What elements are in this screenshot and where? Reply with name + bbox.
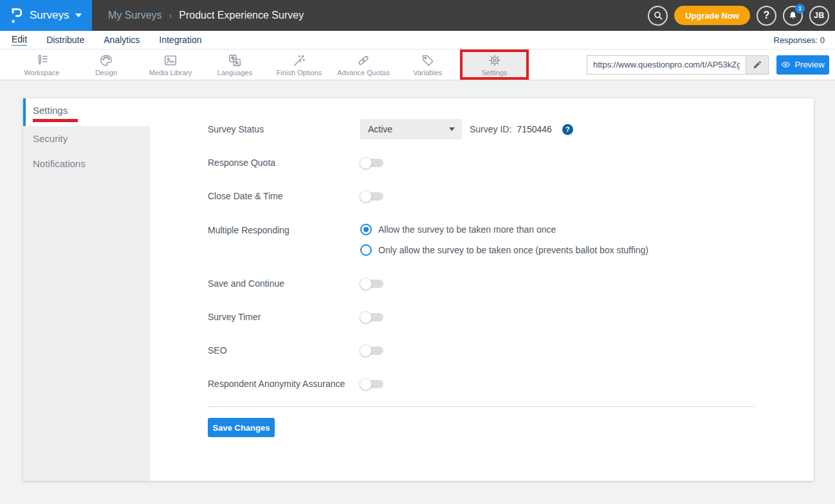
image-icon (163, 53, 178, 68)
respondent-anonymity-toggle[interactable] (360, 380, 383, 388)
response-quota-row: Response Quota (208, 146, 814, 179)
breadcrumb-separator: › (169, 10, 172, 21)
eye-icon (781, 60, 791, 69)
toolbar-item-settings[interactable]: Settings (460, 50, 529, 80)
questionpro-logo-icon (10, 7, 23, 24)
seo-label: SEO (208, 345, 360, 356)
settings-card: Settings Security Notifications Survey S… (23, 98, 814, 481)
seo-row: SEO (208, 334, 814, 367)
toolbar-label: Design (95, 69, 117, 76)
sidebar-item-notifications[interactable]: Notifications (23, 151, 150, 176)
product-switcher[interactable]: Surveys (0, 0, 92, 31)
radio-unselected-icon (360, 244, 372, 256)
breadcrumb-my-surveys[interactable]: My Surveys (108, 10, 162, 21)
close-date-time-toggle[interactable] (360, 192, 383, 201)
survey-timer-toggle[interactable] (360, 313, 383, 321)
radio-option-allow-multiple[interactable]: Allow the survey to be taken more than o… (360, 224, 648, 235)
chevron-down-icon (449, 127, 455, 131)
translate-icon (228, 53, 242, 68)
upgrade-now-button[interactable]: Upgrade Now (674, 6, 750, 25)
survey-id-label: Survey ID: (470, 124, 511, 134)
avatar[interactable]: JB (809, 6, 829, 26)
radio-selected-icon (360, 224, 372, 235)
search-button[interactable] (648, 6, 668, 26)
survey-status-select[interactable]: Active (360, 119, 462, 140)
workspace-icon (35, 53, 49, 68)
toolbar-item-variables[interactable]: Variables (396, 50, 460, 80)
tag-icon (421, 53, 435, 68)
survey-timer-row: Survey Timer (208, 300, 814, 334)
toolbar-label: Finish Options (277, 69, 322, 76)
section-divider (208, 406, 755, 407)
toolbar-item-languages[interactable]: Languages (203, 50, 267, 80)
settings-panel: Survey Status Active Survey ID: 7150446 … (150, 98, 814, 481)
respondent-anonymity-label: Respondent Anonymity Assurance (208, 379, 360, 389)
respondent-anonymity-row: Respondent Anonymity Assurance (208, 367, 814, 401)
toggle-knob (360, 157, 372, 169)
module-nav: Edit Distribute Analytics Integration Re… (0, 31, 835, 49)
toolbar-item-design[interactable]: Design (74, 50, 138, 80)
help-button[interactable]: ? (757, 6, 776, 26)
preview-button[interactable]: Preview (776, 55, 829, 75)
avatar-initials: JB (814, 11, 824, 20)
notifications-button[interactable]: 1 (783, 6, 803, 26)
save-and-continue-row: Save and Continue (208, 267, 814, 300)
toolbar-label: Settings (482, 69, 508, 76)
notification-badge: 1 (795, 4, 805, 14)
multiple-responding-label: Multiple Responding (208, 213, 360, 235)
settings-sidebar: Settings Security Notifications (23, 98, 150, 481)
search-icon (653, 10, 663, 21)
close-date-time-row: Close Date & Time (208, 179, 814, 213)
edit-toolbar: Workspace Design Media Library Languages… (0, 49, 835, 80)
seo-toggle[interactable] (360, 346, 383, 355)
sidebar-item-security[interactable]: Security (23, 126, 150, 151)
multiple-responding-options: Allow the survey to be taken more than o… (360, 213, 648, 256)
toggle-knob (360, 378, 372, 390)
tab-edit[interactable]: Edit (12, 34, 27, 46)
toolbar-label: Workspace (24, 69, 60, 76)
survey-status-label: Survey Status (208, 124, 360, 134)
sidebar-list: Security Notifications (23, 126, 150, 481)
settings-highlight-underline (33, 119, 78, 122)
multiple-responding-row: Multiple Responding Allow the survey to … (208, 213, 814, 267)
wand-icon (292, 53, 306, 68)
palette-icon (99, 53, 113, 68)
toggle-knob (360, 345, 372, 357)
responses-count: Responses: 0 (774, 35, 825, 45)
tab-distribute[interactable]: Distribute (46, 35, 84, 46)
preview-label: Preview (794, 60, 824, 69)
radio-option-label: Allow the survey to be taken more than o… (378, 224, 556, 235)
survey-url-input[interactable] (587, 55, 746, 75)
tab-analytics[interactable]: Analytics (104, 35, 140, 46)
toggle-knob (360, 190, 372, 203)
tab-integration[interactable]: Integration (159, 35, 201, 46)
pencil-icon (753, 60, 762, 69)
survey-status-row: Survey Status Active Survey ID: 7150446 … (208, 113, 814, 146)
top-header: Surveys My Surveys › Product Experience … (0, 0, 835, 31)
radio-option-label: Only allow the survey to be taken once (… (378, 245, 648, 255)
edit-url-button[interactable] (746, 55, 769, 75)
radio-option-only-once[interactable]: Only allow the survey to be taken once (… (360, 244, 648, 256)
response-quota-label: Response Quota (208, 158, 360, 168)
toolbar-label: Media Library (149, 69, 192, 76)
survey-id: Survey ID: 7150446 (470, 124, 552, 134)
survey-timer-label: Survey Timer (208, 312, 360, 322)
toggle-knob (360, 311, 372, 323)
gear-icon (488, 53, 502, 68)
upgrade-now-label: Upgrade Now (685, 11, 739, 21)
response-quota-toggle[interactable] (360, 159, 383, 167)
chevron-down-icon (75, 14, 82, 17)
survey-url-group: Preview (587, 55, 835, 75)
toolbar-label: Advance Quotas (337, 69, 389, 76)
sidebar-item-settings[interactable]: Settings (23, 98, 150, 126)
question-help-icon[interactable]: ? (562, 124, 573, 135)
save-and-continue-toggle[interactable] (360, 280, 383, 288)
toolbar-item-media-library[interactable]: Media Library (138, 50, 203, 80)
toolbar-item-workspace[interactable]: Workspace (10, 50, 74, 80)
survey-status-value: Active (368, 124, 392, 134)
header-actions: Upgrade Now ? 1 JB (648, 6, 829, 26)
save-changes-button[interactable]: Save Changes (208, 418, 275, 437)
toolbar-item-finish-options[interactable]: Finish Options (267, 50, 331, 80)
toolbar-label: Languages (217, 69, 252, 76)
toolbar-item-advance-quotas[interactable]: Advance Quotas (331, 50, 396, 80)
